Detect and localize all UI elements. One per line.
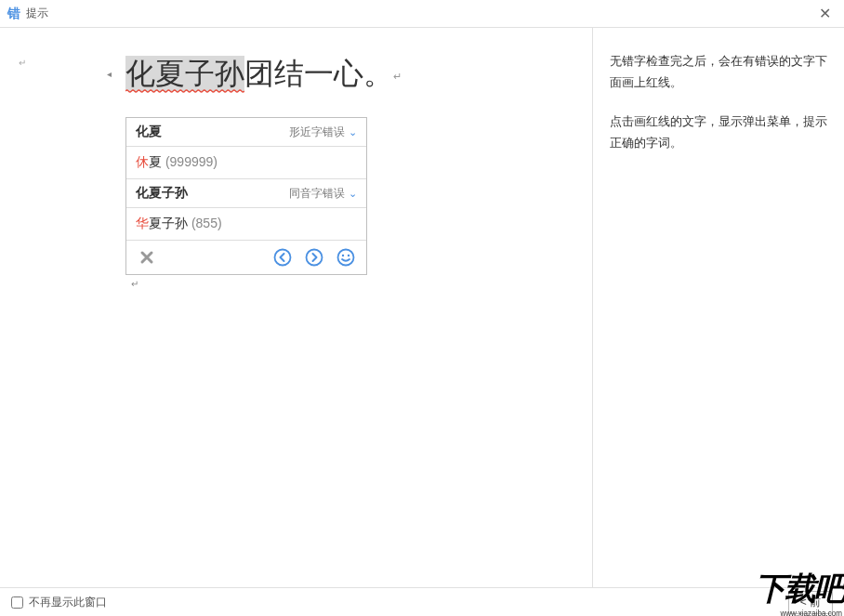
next-arrow-icon[interactable] (303, 246, 325, 269)
corrected-char: 休 (136, 154, 149, 169)
footer: 不再显示此窗口 < 前 (0, 587, 844, 616)
dont-show-again-checkbox[interactable]: 不再显示此窗口 (11, 595, 107, 610)
error-type: 同音字错误 ⌄ (289, 186, 357, 202)
error-word: 化夏子孙 (136, 185, 188, 202)
error-type: 形近字错误 ⌄ (289, 125, 357, 140)
prev-arrow-icon[interactable] (271, 246, 294, 269)
suggestion-rest: 夏子孙 (149, 216, 188, 230)
error-word: 化夏 (136, 124, 162, 140)
paragraph-mark: ◂ (107, 69, 112, 80)
checkbox-label: 不再显示此窗口 (29, 595, 107, 610)
error-underline (125, 89, 244, 93)
checkbox-input[interactable] (11, 596, 23, 609)
suggestion-rest: 夏 (149, 154, 162, 169)
svg-point-4 (348, 255, 349, 256)
corrected-char: 华 (136, 216, 149, 230)
svg-point-1 (307, 250, 323, 266)
smile-icon[interactable] (335, 246, 357, 269)
main-pane: ↵ ◂ 化夏子孙 团结一心。↵ 化夏 形近字错误 ⌄ 休夏 (999999) (0, 28, 593, 587)
dismiss-icon[interactable] (136, 246, 158, 269)
help-pane: 无错字检查完之后，会在有错误的文字下面画上红线。 点击画红线的文字，显示弹出菜单… (593, 28, 844, 587)
suggestion-panel: 化夏 形近字错误 ⌄ 休夏 (999999) 化夏子孙 同音字错误 ⌄ 华夏子孙 (125, 117, 367, 275)
window-title: 提示 (26, 6, 813, 21)
svg-point-2 (338, 250, 354, 266)
chevron-down-icon[interactable]: ⌄ (349, 126, 357, 138)
help-text-1: 无错字检查完之后，会在有错误的文字下面画上红线。 (610, 50, 827, 94)
app-icon: 错 (7, 6, 20, 22)
suggestion-item[interactable]: 华夏子孙 (855) (126, 208, 366, 241)
help-text-2: 点击画红线的文字，显示弹出菜单，提示正确的字词。 (610, 111, 827, 154)
sentence-text: ◂ 化夏子孙 团结一心。↵ (125, 56, 592, 91)
paragraph-mark: ↵ (393, 71, 402, 82)
suggestion-item[interactable]: 休夏 (999999) (126, 147, 366, 179)
titlebar: 错 提示 ✕ (0, 0, 844, 28)
suggestion-frequency: (855) (191, 216, 222, 230)
suggestion-frequency: (999999) (165, 154, 218, 169)
highlighted-error-text[interactable]: 化夏子孙 (125, 56, 244, 91)
paragraph-mark: ↵ (19, 58, 26, 68)
action-row (126, 241, 366, 274)
sentence-rest: 团结一心。 (244, 57, 393, 90)
prev-button[interactable]: < 前 (788, 591, 833, 614)
suggestion-group-header-1[interactable]: 化夏 形近字错误 ⌄ (126, 118, 366, 147)
svg-point-3 (342, 255, 344, 256)
chevron-down-icon[interactable]: ⌄ (349, 188, 357, 200)
svg-point-0 (275, 250, 291, 266)
suggestion-group-header-2[interactable]: 化夏子孙 同音字错误 ⌄ (126, 179, 366, 208)
close-icon[interactable]: ✕ (813, 3, 837, 24)
paragraph-mark: ↵ (125, 275, 592, 289)
